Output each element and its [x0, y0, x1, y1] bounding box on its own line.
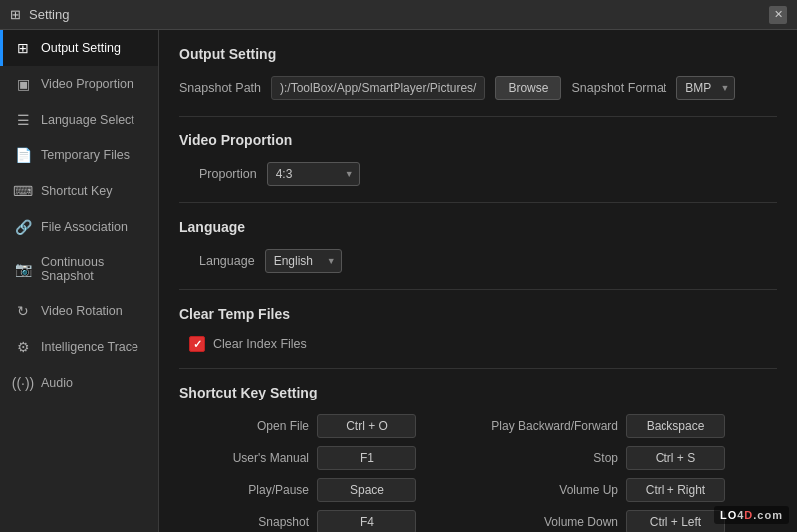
shortcut-play-pause-key: Space [317, 478, 416, 502]
shortcut-users-manual-key: F1 [317, 446, 416, 470]
sidebar-label-video-rotation: Video Rotation [41, 304, 123, 318]
clear-index-label: Clear Index Files [213, 337, 307, 351]
watermark: LO4D.com [714, 506, 789, 524]
sidebar-label-file-association: File Association [41, 220, 128, 234]
sidebar-item-audio[interactable]: ((·)) Audio [0, 365, 158, 400]
sidebar-label-continuous-snapshot: Continuous Snapshot [41, 255, 146, 283]
snapshot-path-value: ):/ToolBox/App/SmartPlayer/Pictures/ [271, 76, 485, 100]
shortcut-snapshot: Snapshot F4 [179, 510, 468, 532]
continuous-snapshot-icon: 📷 [15, 261, 31, 277]
snapshot-path-label: Snapshot Path [179, 81, 261, 95]
language-row: Language English Chinese Spanish French [199, 249, 777, 273]
sidebar-label-audio: Audio [41, 376, 73, 390]
sidebar-item-intelligence-trace[interactable]: ⚙ Intelligence Trace [0, 329, 158, 365]
shortcut-users-manual-label: User's Manual [179, 451, 309, 465]
watermark-com: .com [753, 509, 783, 521]
divider-4 [179, 368, 777, 369]
window-title: Setting [29, 7, 69, 22]
language-select-icon: ☰ [15, 112, 31, 128]
shortcut-play-backward-label: Play Backward/Forward [488, 419, 618, 433]
video-rotation-icon: ↻ [15, 303, 31, 319]
shortcut-grid: Open File Ctrl + O Play Backward/Forward… [179, 414, 777, 532]
language-section-title: Language [179, 219, 777, 235]
title-bar-buttons: ✕ [769, 6, 787, 24]
snapshot-format-label: Snapshot Format [571, 81, 666, 95]
audio-icon: ((·)) [15, 375, 31, 391]
snapshot-format-select-wrap: BMP JPG PNG [676, 76, 735, 100]
proportion-label: Proportion [199, 167, 257, 181]
sidebar-item-video-rotation[interactable]: ↻ Video Rotation [0, 293, 158, 329]
browse-button[interactable]: Browse [495, 76, 561, 100]
clear-index-checkbox[interactable] [189, 336, 205, 352]
sidebar-label-shortcut-key: Shortcut Key [41, 184, 113, 198]
shortcut-stop-key: Ctrl + S [626, 446, 725, 470]
shortcut-open-file-label: Open File [179, 419, 309, 433]
sidebar-label-intelligence-trace: Intelligence Trace [41, 340, 138, 354]
shortcut-stop: Stop Ctrl + S [488, 446, 777, 470]
shortcut-volume-down-key: Ctrl + Left [626, 510, 725, 532]
divider-3 [179, 289, 777, 290]
main-layout: ⊞ Output Setting ▣ Video Proportion ☰ La… [0, 30, 797, 532]
shortcut-open-file: Open File Ctrl + O [179, 414, 468, 438]
sidebar: ⊞ Output Setting ▣ Video Proportion ☰ La… [0, 30, 159, 532]
video-proportion-title: Video Proportion [179, 133, 777, 148]
language-label: Language [199, 254, 255, 268]
output-setting-icon: ⊞ [15, 40, 31, 56]
sidebar-item-temporary-files[interactable]: 📄 Temporary Files [0, 137, 158, 173]
sidebar-item-file-association[interactable]: 🔗 File Association [0, 209, 158, 245]
sidebar-label-temporary-files: Temporary Files [41, 148, 130, 162]
watermark-d: D [744, 509, 753, 521]
title-bar: ⊞ Setting ✕ [0, 0, 797, 30]
language-select-wrap: English Chinese Spanish French [265, 249, 342, 273]
clear-index-row: Clear Index Files [189, 336, 777, 352]
clear-temp-title: Clear Temp Files [179, 306, 777, 322]
shortcut-volume-down-label: Volume Down [488, 515, 618, 529]
divider-2 [179, 202, 777, 203]
intelligence-trace-icon: ⚙ [15, 339, 31, 355]
close-button[interactable]: ✕ [769, 6, 787, 24]
snapshot-format-select[interactable]: BMP JPG PNG [676, 76, 735, 100]
shortcut-key-title: Shortcut Key Setting [179, 385, 777, 400]
sidebar-item-video-proportion[interactable]: ▣ Video Proportion [0, 66, 158, 102]
shortcut-volume-up: Volume Up Ctrl + Right [488, 478, 777, 502]
sidebar-label-language-select: Language Select [41, 113, 134, 127]
sidebar-label-video-proportion: Video Proportion [41, 77, 133, 91]
app-icon: ⊞ [10, 7, 21, 22]
shortcut-open-file-key: Ctrl + O [317, 414, 416, 438]
divider-1 [179, 116, 777, 117]
output-setting-title: Output Setting [179, 46, 777, 62]
snapshot-path-row: Snapshot Path ):/ToolBox/App/SmartPlayer… [179, 76, 777, 100]
watermark-lo: LO [720, 509, 737, 521]
sidebar-item-continuous-snapshot[interactable]: 📷 Continuous Snapshot [0, 245, 158, 293]
proportion-row: Proportion 4:3 16:9 Original Full Screen [199, 162, 777, 186]
file-association-icon: 🔗 [15, 219, 31, 235]
shortcut-volume-up-key: Ctrl + Right [626, 478, 725, 502]
language-select[interactable]: English Chinese Spanish French [265, 249, 342, 273]
shortcut-snapshot-key: F4 [317, 510, 416, 532]
title-bar-left: ⊞ Setting [10, 7, 69, 22]
sidebar-item-output-setting[interactable]: ⊞ Output Setting [0, 30, 158, 66]
shortcut-volume-up-label: Volume Up [488, 483, 618, 497]
sidebar-item-language-select[interactable]: ☰ Language Select [0, 102, 158, 137]
shortcut-play-pause-label: Play/Pause [179, 483, 309, 497]
shortcut-play-pause: Play/Pause Space [179, 478, 468, 502]
proportion-select-wrap: 4:3 16:9 Original Full Screen [267, 162, 360, 186]
shortcut-stop-label: Stop [488, 451, 618, 465]
content-area: Output Setting Snapshot Path ):/ToolBox/… [159, 30, 797, 532]
shortcut-users-manual: User's Manual F1 [179, 446, 468, 470]
shortcut-key-icon: ⌨ [15, 183, 31, 199]
sidebar-label-output-setting: Output Setting [41, 41, 121, 55]
shortcut-play-backward-key: Backspace [626, 414, 725, 438]
shortcut-play-backward: Play Backward/Forward Backspace [488, 414, 777, 438]
temporary-files-icon: 📄 [15, 147, 31, 163]
sidebar-item-shortcut-key[interactable]: ⌨ Shortcut Key [0, 173, 158, 209]
video-proportion-icon: ▣ [15, 76, 31, 92]
proportion-select[interactable]: 4:3 16:9 Original Full Screen [267, 162, 360, 186]
shortcut-snapshot-label: Snapshot [179, 515, 309, 529]
